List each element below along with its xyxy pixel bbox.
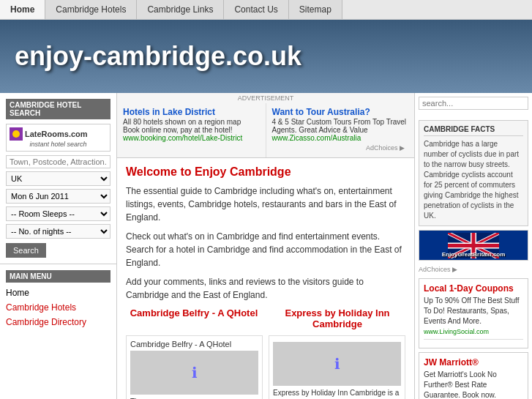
ad-text-2: 4 & 5 Star Custom Tours From Top Travel … [272,118,409,134]
cambridge-facts-header: CAMBRIDGE FACTS [424,125,523,136]
main-menu-header: MAIN MENU [6,270,110,283]
right-ad-2: JW Marriott® Get Marriott's Look No Furt… [419,352,528,399]
hotel-links: Cambridge Belfry - A QHotel Express by H… [126,307,405,329]
menu-item-cambridge-hotels[interactable]: Cambridge Hotels [6,302,110,313]
right-ad-url-1: www.LivingSocial.com [424,328,523,335]
hotel-card-1-title: Cambridge Belfry - A QHotel [130,340,258,348]
article-heading: Welcome to Enjoy Cambridge [126,165,405,179]
ad-url-2: www.Zicasso.com/Australia [272,134,409,142]
nav-item-home[interactable]: Home [0,0,45,19]
center-content: ADVERTISEMENT Hotels in Lake District Al… [117,93,415,399]
flag-banner-text: EnjoyGreatBritain.com [442,251,506,258]
hotel-image-placeholder-icon-2: ℹ [334,355,340,373]
hotel-card-1-image: ℹ [130,351,258,395]
ad-label: ADVERTISEMENT [117,93,414,103]
search-button[interactable]: Search [6,243,46,258]
nav-item-sitemap[interactable]: Sitemap [289,0,342,19]
right-ad-title-1: Local 1-Day Coupons [424,283,523,294]
right-search-box [415,93,532,116]
hotel-search-header: CAMBRIDGE HOTEL SEARCH [6,99,110,119]
nav-item-cambridge-links[interactable]: Cambridge Links [137,0,224,19]
article-p3: Add your comments, links and reviews to … [126,275,405,302]
hotel-card-2: ℹ Express by Holiday Inn Cambridge is a … [269,335,405,399]
top-navigation: HomeCambridge HotelsCambridge LinksConta… [0,0,532,20]
article-p1: The essential guide to Cambridge includi… [126,184,405,224]
article-p2: Check out what's on in Cambridge and fin… [126,230,405,269]
nights-select[interactable]: -- No. of nights -- [6,224,110,239]
right-ad-1: Local 1-Day Coupons Up To 90% Off The Be… [419,278,528,348]
hotel-card-2-image: ℹ [273,342,401,386]
right-ad-text-2: Get Marriott's Look No Further® Best Rat… [424,370,523,399]
ad-item-2: Want to Tour Australia? 4 & 5 Star Custo… [266,103,415,157]
article: Welcome to Enjoy Cambridge The essential… [117,158,414,399]
laterooms-name: LateRooms.com [25,130,88,138]
right-ad-title-2: JW Marriott® [424,357,523,368]
ad-item-1: Hotels in Lake District All 80 hotels sh… [117,103,266,157]
hotel-link-1-anchor[interactable]: Cambridge Belfry - A QHotel [130,307,258,318]
cambridge-facts: CAMBRIDGE FACTS Cambridge has a large nu… [419,120,528,226]
hotel-link-1: Cambridge Belfry - A QHotel [126,307,262,329]
uk-flag-banner[interactable]: EnjoyGreatBritain.com [419,230,528,261]
ad-choices[interactable]: AdChoices ▶ [272,142,409,154]
menu-item-cambridge-directory[interactable]: Cambridge Directory [6,316,110,328]
location-input[interactable] [6,155,110,168]
menu-item-home[interactable]: Home [6,287,110,299]
left-sidebar: CAMBRIDGE HOTEL SEARCH LateRooms.com ins… [0,93,117,399]
country-select[interactable]: UK [6,171,110,186]
nav-item-contact-us[interactable]: Contact Us [224,0,288,19]
main-layout: CAMBRIDGE HOTEL SEARCH LateRooms.com ins… [0,93,532,399]
right-sidebar: CAMBRIDGE FACTS Cambridge has a large nu… [415,93,532,399]
hotel-image-placeholder-icon: ℹ [192,364,198,381]
hotel-card-1: Cambridge Belfry - A QHotel ℹ The [126,335,263,399]
hotel-card-2-text: Express by Holiday Inn Cambridge is a mo… [273,388,401,399]
ad-link-2[interactable]: Want to Tour Australia? [272,107,370,117]
laterooms-logo: LateRooms.com instant hotel search [6,124,110,152]
main-menu: MAIN MENU HomeCambridge HotelsCambridge … [0,264,116,337]
nav-item-cambridge-hotels[interactable]: Cambridge Hotels [45,0,137,19]
ad-link-1[interactable]: Hotels in Lake District [123,107,215,117]
ad-url-1: www.booking.com/hotel/Lake-District [123,134,260,142]
right-ad-choices[interactable]: AdChoices ▶ [415,264,532,275]
hotel-link-2-anchor[interactable]: Express by Holiday Inn Cambridge [285,307,389,329]
hotel-link-2: Express by Holiday Inn Cambridge [269,307,405,329]
rooms-select[interactable]: -- Room Sleeps -- [6,206,110,221]
site-title: enjoy-cambridge.co.uk [15,41,301,72]
ad-bar: Hotels in Lake District All 80 hotels sh… [117,103,414,158]
date-select[interactable]: Mon 6 Jun 2011 [6,189,110,204]
laterooms-tagline: instant hotel search [10,141,107,148]
ad-text-1: All 80 hotels shown on a region map Book… [123,118,260,134]
right-search-input[interactable] [419,97,528,110]
hotel-search-box: CAMBRIDGE HOTEL SEARCH LateRooms.com ins… [0,93,116,264]
header-banner: enjoy-cambridge.co.uk [0,20,532,93]
right-ad-text-1: Up To 90% Off The Best Stuff To Do! Rest… [424,296,523,327]
laterooms-icon [10,127,23,141]
hotel-cards: Cambridge Belfry - A QHotel ℹ The ℹ Expr… [126,335,405,399]
cambridge-facts-text: Cambridge has a large number of cyclists… [424,139,523,221]
